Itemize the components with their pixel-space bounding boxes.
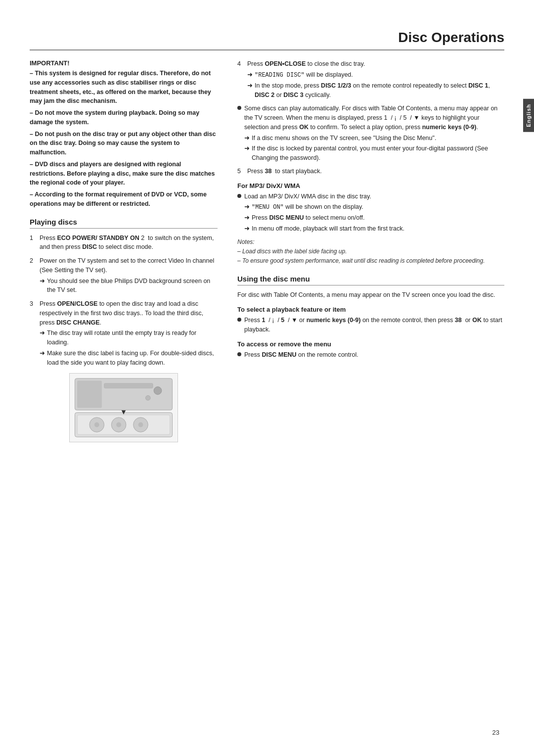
auto-play-content: Some discs can play automatically. For d… <box>244 104 504 163</box>
step-4: 4 Press OPEN•CLOSE to close the disc tra… <box>237 59 504 99</box>
step-4-content: Press OPEN•CLOSE to close the disc tray.… <box>247 59 504 99</box>
important-text: – This system is designed for regular di… <box>30 69 218 209</box>
svg-point-13 <box>145 396 150 401</box>
step-3: 3 Press OPEN/CLOSE to open the disc tray… <box>30 299 218 367</box>
svg-point-5 <box>116 423 121 427</box>
notes-label: Notes: <box>237 238 255 245</box>
notes-section: Notes: – Load discs with the label side … <box>237 237 504 266</box>
disc-menu-intro: For disc with Table Of Contents, a menu … <box>237 290 504 300</box>
step-4-num: 4 <box>237 59 244 99</box>
mp3-content: Load an MP3/ DivX/ WMA disc in the disc … <box>244 192 404 234</box>
to-access-content: Press DISC MENU on the remote control. <box>244 350 358 360</box>
bullet-dot-1 <box>237 106 241 110</box>
playing-discs-title: Playing discs <box>30 218 218 229</box>
bullet-dot-3 <box>237 318 241 322</box>
to-select-content: Press 1 / ¡ / 5 / ▼ or numeric keys (0-9… <box>244 316 504 334</box>
step-2-content: Power on the TV system and set to the co… <box>40 256 218 295</box>
important-para-1: – This system is designed for regular di… <box>30 69 218 106</box>
right-steps: 4 Press OPEN•CLOSE to close the disc tra… <box>237 59 504 99</box>
right-column: 4 Press OPEN•CLOSE to close the disc tra… <box>237 59 504 448</box>
svg-point-12 <box>154 387 162 395</box>
step-3-num: 3 <box>30 299 37 367</box>
to-access-item: Press DISC MENU on the remote control. <box>237 350 504 360</box>
bullet-dot-4 <box>237 352 241 356</box>
step-1-content: Press ECO POWER/ STANDBY ON 2 to switch … <box>40 234 218 252</box>
svg-point-7 <box>138 423 143 427</box>
to-access-list: Press DISC MENU on the remote control. <box>237 350 504 360</box>
important-para-4: – DVD discs and players are designed wit… <box>30 160 218 188</box>
step-5-num: 5 <box>237 167 244 176</box>
step-1: 1 Press ECO POWER/ STANDBY ON 2 to switc… <box>30 234 218 252</box>
step-2: 2 Power on the TV system and set to the … <box>30 256 218 295</box>
step-1-num: 1 <box>30 234 37 252</box>
mp3-heading: For MP3/ DivX/ WMA <box>237 182 504 189</box>
mp3-list: Load an MP3/ DivX/ WMA disc in the disc … <box>237 192 504 234</box>
page-title: Disc Operations <box>30 30 504 50</box>
mp3-arrow-3: ➜ In menu off mode, playback will start … <box>244 224 404 234</box>
step-5-content: Press 38 to start playback. <box>247 167 504 176</box>
important-para-3: – Do not push on the disc tray or put an… <box>30 130 218 157</box>
step-3-arrow-1: ➜ The disc tray will rotate until the em… <box>40 329 218 347</box>
important-para-2: – Do not move the system during playback… <box>30 108 218 127</box>
to-access-heading: To access or remove the menu <box>237 340 504 348</box>
auto-play-item: Some discs can play automatically. For d… <box>237 104 504 163</box>
important-label: IMPORTANT! <box>30 59 218 67</box>
disc-menu-title: Using the disc menu <box>237 275 504 285</box>
svg-rect-10 <box>77 381 101 408</box>
svg-point-3 <box>94 423 99 427</box>
step-4-arrow-2: ➜ In the stop mode, press DISC 1/2/3 on … <box>247 81 504 100</box>
to-select-list: Press 1 / ¡ / 5 / ▼ or numeric keys (0-9… <box>237 316 504 334</box>
left-column: IMPORTANT! – This system is designed for… <box>30 59 218 448</box>
page-number: 23 <box>492 729 499 736</box>
to-select-item: Press 1 / ¡ / 5 / ▼ or numeric keys (0-9… <box>237 316 504 334</box>
step5-list: 5 Press 38 to start playback. <box>237 167 504 176</box>
note-2: – To ensure good system performance, wai… <box>237 257 485 264</box>
disc-menu-arrow-2: ➜ If the disc is locked by parental cont… <box>244 144 504 163</box>
step-2-num: 2 <box>30 256 37 295</box>
device-image <box>69 373 178 442</box>
playing-discs-list: 1 Press ECO POWER/ STANDBY ON 2 to switc… <box>30 234 218 368</box>
step-2-arrow: ➜ You should see the blue Philips DVD ba… <box>40 277 218 295</box>
mp3-arrow-2: ➜ Press DISC MENU to select menu on/off. <box>244 213 404 223</box>
svg-rect-11 <box>104 383 153 388</box>
bullet-dot-2 <box>237 194 241 198</box>
mp3-item: Load an MP3/ DivX/ WMA disc in the disc … <box>237 192 504 234</box>
disc-menu-arrow-1: ➜ If a disc menu shows on the TV screen,… <box>244 134 504 143</box>
step-4-arrow-1: ➜ "READING DISC" will be displayed. <box>247 70 504 80</box>
step-3-arrow-2: ➜ Make sure the disc label is facing up.… <box>40 349 218 368</box>
mp3-arrow-1: ➜ "MENU ON" will be shown on the display… <box>244 202 404 212</box>
important-para-5: – According to the format requirement of… <box>30 190 218 209</box>
step-5: 5 Press 38 to start playback. <box>237 167 504 176</box>
to-select-heading: To select a playback feature or item <box>237 306 504 313</box>
language-tab: English <box>523 99 534 132</box>
step-3-content: Press OPEN/CLOSE to open the disc tray a… <box>40 299 218 367</box>
note-1: – Load discs with the label side facing … <box>237 248 347 255</box>
auto-play-list: Some discs can play automatically. For d… <box>237 104 504 163</box>
